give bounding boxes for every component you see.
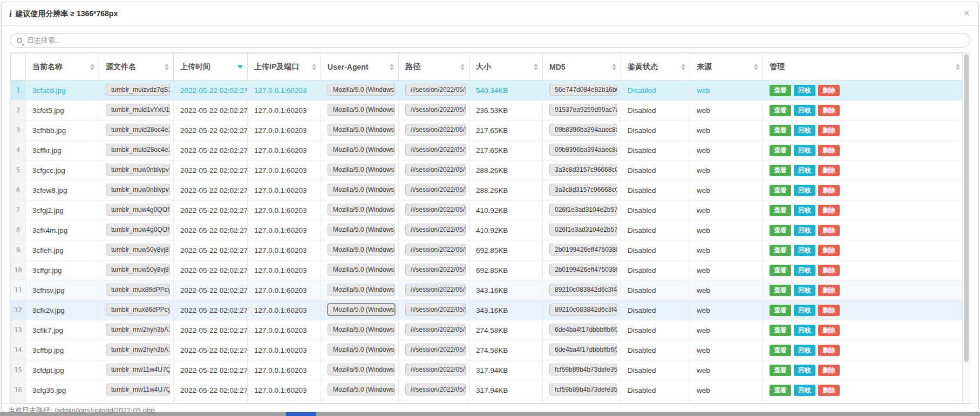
sort-icon[interactable]: [390, 64, 394, 70]
recycle-button[interactable]: 回收: [794, 105, 815, 116]
cell-manage: 查看回收删除: [763, 380, 965, 400]
delete-button[interactable]: 删除: [818, 245, 840, 256]
view-button[interactable]: 查看: [770, 305, 791, 316]
cell-text: Disabled: [628, 86, 656, 95]
recycle-button[interactable]: 回收: [794, 145, 815, 156]
col-header-source_file[interactable]: 源文件名: [99, 53, 174, 80]
col-header-user_agent[interactable]: User-Agent: [321, 53, 399, 80]
delete-button[interactable]: 删除: [818, 325, 840, 336]
table-row[interactable]: 123cfk2v.jpgtumblr_mux86dPPcy1r2022-05-2…: [11, 300, 965, 320]
table-row[interactable]: 103cffgr.jpgtumblr_muw50y8vj81r22022-05-…: [11, 260, 965, 280]
delete-button[interactable]: 删除: [818, 125, 840, 136]
recycle-button[interactable]: 回收: [794, 265, 815, 276]
recycle-button[interactable]: 回收: [794, 185, 815, 196]
delete-button[interactable]: 删除: [818, 345, 840, 356]
recycle-button[interactable]: 回收: [794, 385, 815, 396]
sort-icon[interactable]: [534, 64, 538, 70]
view-button[interactable]: 查看: [770, 105, 791, 116]
table-row[interactable]: 73cfgj2.jpgtumblr_muw4g0QOf91r2022-05-22…: [11, 200, 965, 220]
table-row[interactable]: 63cfew8.jpgtumblr_muw0nblvpv1r22022-05-2…: [11, 180, 965, 200]
sort-icon[interactable]: [312, 64, 316, 70]
col-header-ip_port[interactable]: 上传IP及端口: [248, 53, 321, 80]
delete-button[interactable]: 删除: [818, 85, 840, 96]
table-row[interactable]: 53cfgcc.jpgtumblr_muw0nblvpv1r22022-05-2…: [11, 160, 965, 180]
table-row[interactable]: 43cffkr.jpgtumblr_muld28oc4e1r22022-05-2…: [11, 140, 965, 160]
close-icon[interactable]: ×: [963, 8, 970, 18]
table-row[interactable]: 163cfg35.jpgtumblr_mw11w4U7QY12022-05-22…: [11, 380, 965, 400]
cell-text: web: [697, 246, 710, 254]
recycle-button[interactable]: 回收: [794, 245, 815, 256]
scrollbar-thumb[interactable]: [964, 54, 969, 362]
col-header-size[interactable]: 大小: [469, 53, 543, 80]
view-button[interactable]: 查看: [770, 185, 791, 196]
sort-icon[interactable]: [460, 64, 465, 70]
col-header-name[interactable]: 当前名称: [26, 53, 99, 80]
recycle-button[interactable]: 回收: [794, 325, 815, 336]
recycle-button[interactable]: 回收: [794, 345, 815, 356]
delete-button[interactable]: 删除: [818, 105, 840, 116]
sort-icon[interactable]: [165, 64, 169, 70]
view-button[interactable]: 查看: [770, 165, 791, 176]
delete-button[interactable]: 删除: [818, 185, 840, 196]
view-button[interactable]: 查看: [770, 265, 791, 276]
view-button[interactable]: 查看: [770, 365, 791, 376]
col-header-manage[interactable]: 管理: [763, 53, 965, 80]
col-header-upload_time[interactable]: 上传时间: [174, 53, 248, 80]
cell-text: 343.16KB: [476, 286, 508, 294]
background-button-partial[interactable]: [286, 412, 316, 416]
delete-button[interactable]: 删除: [818, 305, 840, 316]
table-row[interactable]: 83cfk4m.jpgtumblr_muw4g0QOf91r2022-05-22…: [11, 220, 965, 240]
table-row[interactable]: 93cfieh.jpgtumblr_muw50y8vj81r22022-05-2…: [11, 240, 965, 260]
delete-button[interactable]: 删除: [818, 145, 840, 156]
view-button[interactable]: 查看: [770, 325, 791, 336]
table-row[interactable]: 153cfdpt.jpgtumblr_mw11w4U7QY12022-05-22…: [11, 360, 965, 380]
col-header-md5[interactable]: MD5: [543, 53, 621, 80]
recycle-button[interactable]: 回收: [794, 365, 815, 376]
delete-button[interactable]: 删除: [818, 205, 840, 216]
col-header-moderation[interactable]: 鉴黄状态: [621, 53, 690, 80]
col-header-source[interactable]: 来源: [690, 53, 763, 80]
cell-text: 2022-05-22 02:02:27: [180, 186, 248, 194]
delete-button[interactable]: 删除: [818, 365, 840, 376]
table-row-partial[interactable]: 查看回收删除: [11, 400, 965, 404]
table-row[interactable]: 143cffbp.jpgtumblr_mw2hyh3bA11r2022-05-2…: [11, 340, 965, 360]
table-row[interactable]: 13cfacd.jpgtumblr_muizvdz7qS1r22022-05-2…: [11, 80, 965, 100]
col-header-path[interactable]: 路径: [399, 53, 469, 80]
vertical-scrollbar[interactable]: [962, 53, 970, 403]
table-row[interactable]: 113cfhsv.jpgtumblr_mux86dPPcy1r2022-05-2…: [11, 280, 965, 300]
view-button[interactable]: 查看: [770, 205, 791, 216]
sort-icon[interactable]: [681, 64, 685, 70]
view-button[interactable]: 查看: [770, 285, 791, 296]
delete-button[interactable]: 删除: [818, 165, 840, 176]
search-box[interactable]: [10, 33, 970, 48]
recycle-button[interactable]: 回收: [794, 305, 815, 316]
table-row[interactable]: 133cfik7.jpgtumblr_mw2hyh3bA11r2022-05-2…: [11, 320, 965, 340]
recycle-button[interactable]: 回收: [794, 125, 815, 136]
recycle-button[interactable]: 回收: [794, 165, 815, 176]
table-row[interactable]: 23cfet5.jpgtumblr_muld1vYxU11r22022-05-2…: [11, 100, 965, 120]
delete-button[interactable]: 删除: [818, 265, 840, 276]
delete-button[interactable]: 删除: [818, 225, 840, 236]
sort-icon[interactable]: [612, 64, 616, 70]
view-button[interactable]: 查看: [770, 245, 791, 256]
delete-button[interactable]: 删除: [818, 385, 840, 396]
recycle-button[interactable]: 回收: [794, 285, 815, 296]
delete-button[interactable]: 删除: [818, 285, 840, 296]
table-row[interactable]: 33cfhbb.jpgtumblr_muld28oc4e1r22022-05-2…: [11, 120, 965, 140]
sort-icon[interactable]: [956, 64, 960, 70]
cell-text: 3cfgcc.jpg: [32, 166, 65, 175]
sort-icon[interactable]: [90, 64, 94, 70]
view-button[interactable]: 查看: [770, 225, 791, 236]
view-button[interactable]: 查看: [770, 385, 791, 396]
cell-path: /i/session/2022/05/22/3: [399, 320, 469, 340]
view-button[interactable]: 查看: [770, 85, 791, 96]
recycle-button[interactable]: 回收: [794, 85, 815, 96]
sort-desc-icon[interactable]: [237, 65, 243, 69]
search-input[interactable]: [27, 36, 963, 44]
recycle-button[interactable]: 回收: [794, 205, 815, 216]
sort-icon[interactable]: [754, 64, 758, 70]
recycle-button[interactable]: 回收: [794, 225, 815, 236]
view-button[interactable]: 查看: [770, 125, 791, 136]
view-button[interactable]: 查看: [770, 145, 791, 156]
view-button[interactable]: 查看: [770, 345, 791, 356]
